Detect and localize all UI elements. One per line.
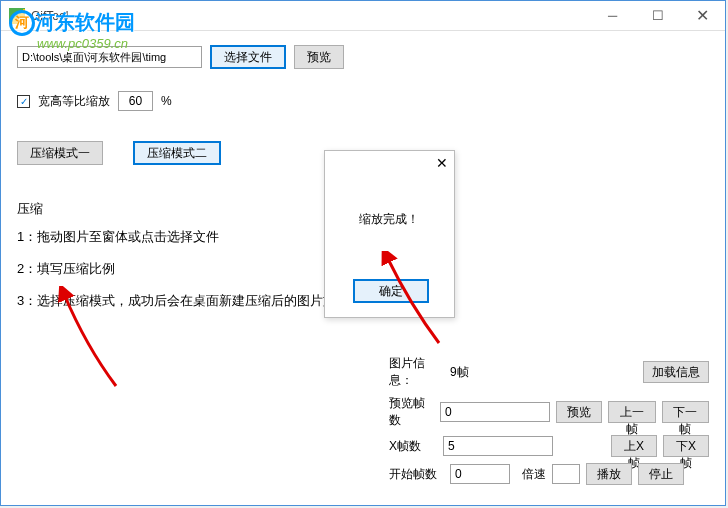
minimize-button[interactable]: ─ xyxy=(590,1,635,29)
titlebar: GifTool ─ ☐ ✕ xyxy=(1,1,725,31)
window-title: GifTool xyxy=(31,9,68,23)
preview-frames-row: 预览帧数 预览 上一帧 下一帧 xyxy=(389,395,709,429)
speed-input[interactable] xyxy=(552,464,580,484)
preview-button[interactable]: 预览 xyxy=(294,45,344,69)
scale-value-input[interactable] xyxy=(118,91,153,111)
app-icon xyxy=(9,8,25,24)
play-button[interactable]: 播放 xyxy=(586,463,632,485)
scale-label: 宽高等比缩放 xyxy=(38,93,110,110)
next-frame-button[interactable]: 下一帧 xyxy=(662,401,709,423)
image-info-label: 图片信息： xyxy=(389,355,444,389)
aspect-ratio-checkbox[interactable]: ✓ xyxy=(17,95,30,108)
preview-frames-label: 预览帧数 xyxy=(389,395,434,429)
image-info-row: 图片信息： 9帧 加载信息 xyxy=(389,355,709,389)
start-frame-input[interactable] xyxy=(450,464,510,484)
up-x-frame-button[interactable]: 上X帧 xyxy=(611,435,657,457)
content-area: 选择文件 预览 ✓ 宽高等比缩放 % 压缩模式一 压缩模式二 压缩 1：拖动图片… xyxy=(1,31,725,505)
speed-label: 倍速 xyxy=(516,466,546,483)
path-row: 选择文件 预览 xyxy=(17,45,709,69)
close-button[interactable]: ✕ xyxy=(680,1,725,29)
scale-row: ✓ 宽高等比缩放 % xyxy=(17,91,709,111)
x-frames-input[interactable] xyxy=(443,436,553,456)
bottom-panel: 图片信息： 9帧 加载信息 预览帧数 预览 上一帧 下一帧 X帧数 上X帧 下X… xyxy=(389,355,709,491)
start-frame-label: 开始帧数 xyxy=(389,466,444,483)
x-frames-label: X帧数 xyxy=(389,438,437,455)
window-controls: ─ ☐ ✕ xyxy=(590,1,725,29)
dialog-ok-button[interactable]: 确定 xyxy=(353,279,429,303)
preview-frames-input[interactable] xyxy=(440,402,550,422)
message-dialog: ✕ 缩放完成！ 确定 xyxy=(324,150,455,318)
compress-mode-1-button[interactable]: 压缩模式一 xyxy=(17,141,103,165)
dialog-message: 缩放完成！ xyxy=(359,211,419,228)
scale-unit: % xyxy=(161,94,172,108)
maximize-button[interactable]: ☐ xyxy=(635,1,680,29)
main-window: GifTool ─ ☐ ✕ 河 河东软件园 www.pc0359.cn 选择文件… xyxy=(0,0,726,506)
load-info-button[interactable]: 加载信息 xyxy=(643,361,709,383)
select-file-button[interactable]: 选择文件 xyxy=(210,45,286,69)
compress-mode-2-button[interactable]: 压缩模式二 xyxy=(133,141,221,165)
dialog-close-icon[interactable]: ✕ xyxy=(436,155,448,171)
prev-frame-button[interactable]: 上一帧 xyxy=(608,401,655,423)
start-frame-row: 开始帧数 倍速 播放 停止 xyxy=(389,463,709,485)
down-x-frame-button[interactable]: 下X帧 xyxy=(663,435,709,457)
preview-frames-button[interactable]: 预览 xyxy=(556,401,602,423)
image-info-value: 9帧 xyxy=(450,364,560,381)
x-frames-row: X帧数 上X帧 下X帧 xyxy=(389,435,709,457)
path-input[interactable] xyxy=(17,46,202,68)
stop-button[interactable]: 停止 xyxy=(638,463,684,485)
